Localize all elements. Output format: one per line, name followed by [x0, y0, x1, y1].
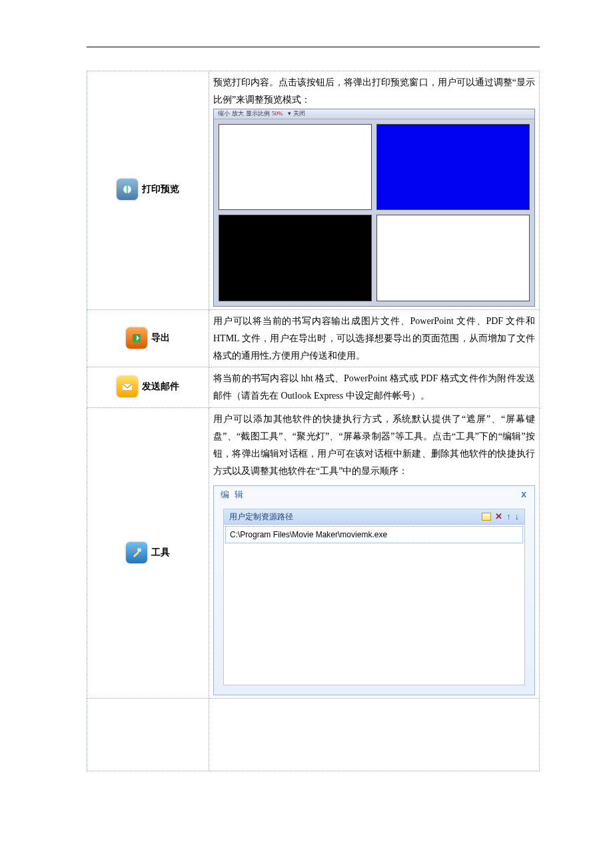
empty-cell [87, 698, 209, 771]
feature-cell-left: 发送邮件 [87, 367, 209, 408]
toolbar-shrink[interactable]: 缩小 [218, 108, 230, 119]
feature-label: 发送邮件 [142, 378, 179, 395]
print-preview-icon [117, 179, 138, 200]
toolbar-ratio-value[interactable]: 50% [272, 108, 283, 119]
feature-desc-cell: 预览打印内容。点击该按钮后，将弹出打印预览窗口，用户可以通过调整“显示比例”来调… [209, 71, 540, 310]
svg-rect-1 [127, 185, 128, 193]
send-mail-icon [117, 376, 138, 397]
toolbar-close[interactable]: 关闭 [293, 108, 305, 119]
preview-page-blue [376, 124, 530, 211]
edit-list-empty-area [224, 545, 524, 685]
feature-cell-left: 导出 [87, 309, 209, 367]
close-icon[interactable]: x [521, 486, 528, 503]
edit-section-title: 用户定制资源路径 [229, 509, 293, 524]
preview-page-white [219, 124, 372, 211]
tools-icon [126, 542, 147, 563]
edit-dialog-section-header: 用户定制资源路径 ✕ ↑ ↓ [224, 509, 524, 525]
feature-desc: 用户可以添加其他软件的快捷执行方式，系统默认提供了“遮屏”、“屏幕键盘”、“截图… [213, 411, 535, 480]
edit-dialog-titlebar: 编 辑 x [214, 486, 534, 503]
toolbar-ratio-label: 显示比例 [246, 108, 270, 119]
print-preview-toolbar: 缩小 放大 显示比例 50% ▾ 关闭 [214, 109, 534, 119]
feature-icon-wrap: 发送邮件 [117, 376, 179, 397]
toolbar-zoomout[interactable]: 放大 [232, 108, 244, 119]
feature-desc: 预览打印内容。点击该按钮后，将弹出打印预览窗口，用户可以通过调整“显示比例”来调… [213, 74, 535, 109]
feature-desc: 用户可以将当前的书写内容输出成图片文件、PowerPoint 文件、PDF 文件… [209, 309, 540, 367]
feature-icon-wrap: 导出 [126, 327, 170, 349]
feature-desc: 将当前的书写内容以 hht 格式、PowerPoint 格式或 PDF 格式文件… [209, 367, 540, 408]
print-preview-window: 缩小 放大 显示比例 50% ▾ 关闭 [213, 109, 535, 307]
preview-page-white [376, 215, 530, 301]
resource-path-item[interactable]: C:\Program Files\Movie Maker\moviemk.exe [225, 526, 523, 543]
edit-toolbar-icons: ✕ ↑ ↓ [482, 509, 519, 525]
move-up-icon[interactable]: ↑ [506, 509, 511, 525]
svg-point-4 [137, 548, 141, 552]
table-row [87, 698, 540, 771]
print-preview-pages [214, 119, 534, 306]
table-row: 导出 用户可以将当前的书写内容输出成图片文件、PowerPoint 文件、PDF… [87, 309, 540, 367]
edit-dialog: 编 辑 x 用户定制资源路径 ✕ ↑ ↓ [213, 485, 535, 695]
feature-label: 工具 [151, 544, 170, 561]
edit-dialog-body: 用户定制资源路径 ✕ ↑ ↓ C:\Program Files\Movie Ma… [223, 509, 525, 685]
feature-icon-wrap: 工具 [126, 542, 170, 563]
feature-label: 导出 [151, 329, 170, 347]
feature-cell-left: 打印预览 [87, 71, 209, 310]
export-icon [126, 327, 147, 349]
table-row: 工具 用户可以添加其他软件的快捷执行方式，系统默认提供了“遮屏”、“屏幕键盘”、… [87, 408, 540, 699]
feature-table: 打印预览 预览打印内容。点击该按钮后，将弹出打印预览窗口，用户可以通过调整“显示… [87, 71, 540, 771]
feature-label: 打印预览 [142, 181, 179, 198]
feature-icon-wrap: 打印预览 [117, 179, 179, 200]
svg-rect-5 [132, 548, 135, 551]
feature-desc-cell: 用户可以添加其他软件的快捷执行方式，系统默认提供了“遮屏”、“屏幕键盘”、“截图… [209, 408, 540, 699]
page-header-rule [87, 47, 540, 47]
feature-cell-left: 工具 [87, 408, 209, 699]
preview-page-black [219, 215, 372, 301]
empty-cell [209, 698, 540, 771]
new-icon[interactable] [482, 513, 491, 521]
edit-dialog-title: 编 辑 [221, 487, 245, 503]
table-row: 发送邮件 将当前的书写内容以 hht 格式、PowerPoint 格式或 PDF… [87, 367, 540, 408]
table-row: 打印预览 预览打印内容。点击该按钮后，将弹出打印预览窗口，用户可以通过调整“显示… [87, 71, 540, 310]
delete-icon[interactable]: ✕ [495, 509, 502, 525]
move-down-icon[interactable]: ↓ [515, 509, 520, 525]
